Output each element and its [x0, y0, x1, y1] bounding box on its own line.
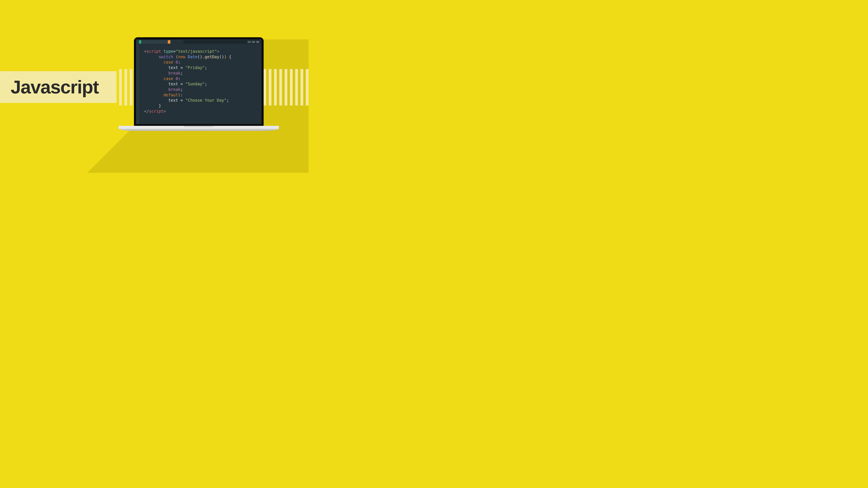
minimize-icon[interactable]: — — [248, 41, 251, 43]
laptop-notch — [184, 126, 214, 127]
tab-active-indicator — [139, 40, 141, 44]
code-editor: — □ x <script type="text/javascript"> sw… — [136, 39, 261, 124]
laptop-illustration: — □ x <script type="text/javascript"> sw… — [119, 37, 279, 133]
editor-gutter — [136, 39, 139, 124]
laptop-screen-frame: — □ x <script type="text/javascript"> sw… — [134, 37, 264, 126]
titlebar-dark-region: — □ x — [184, 40, 261, 44]
long-shadow-decorative — [0, 130, 309, 173]
tab-area — [141, 40, 168, 44]
page-title: Javascript — [10, 76, 98, 98]
title-banner: Javascript — [0, 71, 117, 103]
close-icon[interactable]: x — [256, 41, 259, 43]
code-block: <script type="text/javascript"> switch (… — [144, 49, 259, 114]
editor-titlebar: — □ x — [139, 40, 261, 44]
tab-modified-indicator — [168, 40, 170, 44]
maximize-icon[interactable]: □ — [252, 41, 255, 43]
